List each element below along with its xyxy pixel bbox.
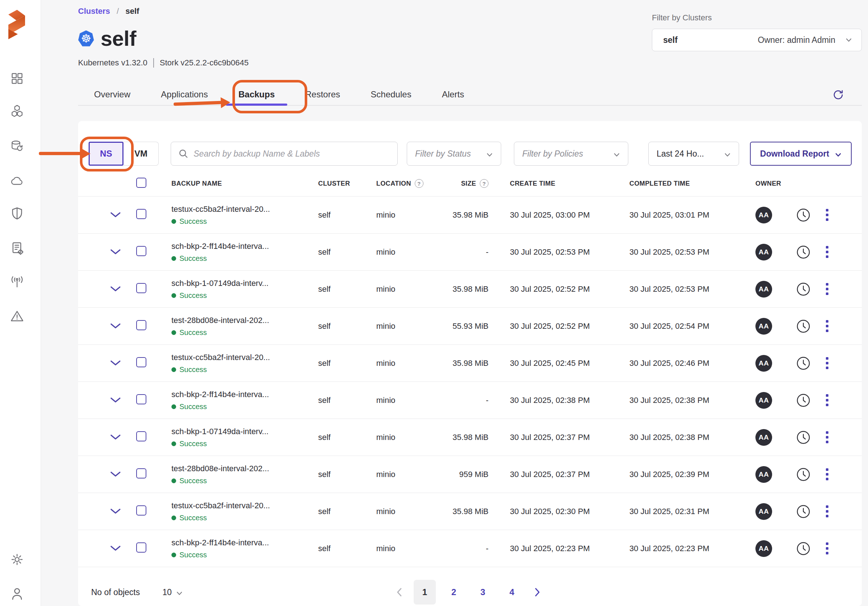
refresh-icon[interactable]	[831, 88, 845, 102]
backup-name[interactable]: testux-cc5ba2f-interval-20...	[171, 353, 308, 362]
search-input[interactable]	[194, 149, 390, 159]
cluster-cell: self	[308, 544, 366, 553]
table-row: testux-cc5ba2f-interval-20... Success se…	[78, 344, 862, 381]
size-help-icon[interactable]: ?	[480, 179, 488, 188]
tab[interactable]: Overview	[94, 84, 130, 105]
settings-gear-icon[interactable]	[11, 553, 23, 566]
backup-name[interactable]: sch-bkp-2-ff14b4e-interva...	[171, 242, 308, 251]
clock-icon[interactable]	[797, 542, 810, 555]
tab-label: Restores	[305, 89, 340, 99]
rules-document-gear-icon[interactable]	[11, 242, 23, 255]
select-all-checkbox[interactable]	[136, 178, 146, 188]
backup-name[interactable]: sch-bkp-2-ff14b4e-interva...	[171, 390, 308, 399]
breadcrumb-clusters-link[interactable]: Clusters	[78, 6, 110, 16]
clock-icon[interactable]	[797, 319, 810, 333]
kubernetes-icon: ☸	[78, 31, 94, 47]
expand-row-chevron-icon[interactable]	[110, 360, 121, 366]
row-checkbox[interactable]	[136, 283, 146, 293]
create-time-cell: 30 Jul 2025, 02:30 PM	[488, 507, 608, 516]
location-help-icon[interactable]: ?	[415, 179, 423, 188]
expand-row-chevron-icon[interactable]	[110, 508, 121, 514]
create-time-cell: 30 Jul 2025, 02:52 PM	[488, 322, 608, 331]
clock-icon[interactable]	[797, 430, 810, 444]
tab[interactable]: Applications	[161, 84, 208, 105]
filter-by-policies-select[interactable]: Filter by Policies	[514, 142, 628, 166]
row-checkbox[interactable]	[136, 394, 146, 404]
row-menu-kebab-icon[interactable]	[825, 504, 830, 519]
page-size-select[interactable]: 10	[162, 587, 183, 597]
cloud-icon[interactable]	[11, 174, 23, 188]
row-menu-kebab-icon[interactable]	[825, 393, 830, 408]
expand-row-chevron-icon[interactable]	[110, 249, 121, 255]
row-checkbox[interactable]	[136, 468, 146, 479]
row-checkbox[interactable]	[136, 542, 146, 553]
shield-icon[interactable]	[11, 207, 23, 220]
page-button[interactable]: 2	[443, 580, 465, 604]
broadcast-antenna-icon[interactable]	[11, 275, 23, 289]
clock-icon[interactable]	[797, 393, 810, 407]
vm-toggle-button[interactable]: VM	[124, 142, 159, 166]
expand-row-chevron-icon[interactable]	[110, 471, 121, 477]
expand-row-chevron-icon[interactable]	[110, 545, 121, 551]
col-backup-name[interactable]: BACKUP NAME	[161, 180, 308, 188]
clock-icon[interactable]	[797, 505, 810, 519]
expand-row-chevron-icon[interactable]	[110, 286, 121, 292]
backup-name[interactable]: sch-bkp-1-07149da-interv...	[171, 427, 308, 436]
status-text: Success	[180, 551, 207, 559]
filter-by-status-select[interactable]: Filter by Status	[407, 142, 501, 166]
row-menu-kebab-icon[interactable]	[825, 319, 830, 334]
page-button[interactable]: 3	[472, 580, 494, 604]
clock-icon[interactable]	[797, 245, 810, 259]
breadcrumb-current: self	[125, 6, 139, 16]
backup-name[interactable]: test-28bd08e-interval-202...	[171, 316, 308, 325]
time-range-select[interactable]: Last 24 Ho...	[648, 142, 739, 166]
alerts-warning-icon[interactable]	[11, 309, 23, 323]
tab[interactable]: Restores	[305, 84, 340, 105]
dashboard-grid-icon[interactable]	[11, 72, 23, 85]
applications-cubes-icon[interactable]	[11, 105, 23, 118]
tab[interactable]: Schedules	[371, 84, 411, 105]
previous-page-chevron-icon[interactable]	[392, 585, 407, 600]
backup-name[interactable]: test-28bd08e-interval-202...	[171, 464, 308, 473]
clock-icon[interactable]	[797, 356, 810, 370]
row-checkbox[interactable]	[136, 320, 146, 330]
next-page-chevron-icon[interactable]	[530, 585, 544, 600]
backup-name[interactable]: testux-cc5ba2f-interval-20...	[171, 501, 308, 510]
profile-person-icon[interactable]	[11, 587, 23, 600]
row-checkbox[interactable]	[136, 209, 146, 219]
tab[interactable]: Alerts	[442, 84, 464, 105]
tab-label: Schedules	[371, 89, 411, 99]
ns-toggle-button[interactable]: NS	[88, 142, 124, 166]
row-checkbox[interactable]	[136, 246, 146, 256]
expand-row-chevron-icon[interactable]	[110, 323, 121, 329]
cluster-cell: self	[308, 507, 366, 516]
status-text: Success	[180, 365, 207, 374]
cluster-select[interactable]: self Owner: admin Admin	[652, 29, 862, 51]
row-menu-kebab-icon[interactable]	[825, 356, 830, 371]
row-menu-kebab-icon[interactable]	[825, 430, 830, 445]
expand-row-chevron-icon[interactable]	[110, 434, 121, 440]
expand-row-chevron-icon[interactable]	[110, 397, 121, 403]
backup-name[interactable]: testux-cc5ba2f-interval-20...	[171, 205, 308, 214]
row-menu-kebab-icon[interactable]	[825, 467, 830, 482]
expand-row-chevron-icon[interactable]	[110, 212, 121, 218]
row-menu-kebab-icon[interactable]	[825, 207, 830, 222]
row-menu-kebab-icon[interactable]	[825, 281, 830, 297]
row-checkbox[interactable]	[136, 505, 146, 516]
row-menu-kebab-icon[interactable]	[825, 244, 830, 259]
clock-icon[interactable]	[797, 208, 810, 222]
clock-icon[interactable]	[797, 468, 810, 482]
page-button[interactable]: 1	[414, 580, 436, 604]
clock-icon[interactable]	[797, 282, 810, 296]
row-checkbox[interactable]	[136, 357, 146, 367]
backup-name[interactable]: sch-bkp-1-07149da-interv...	[171, 279, 308, 288]
page-button[interactable]: 4	[501, 580, 523, 604]
backup-name[interactable]: sch-bkp-2-ff14b4e-interva...	[171, 538, 308, 547]
tab[interactable]: Backups	[238, 84, 274, 105]
portworx-logo-icon[interactable]	[5, 5, 28, 39]
download-report-button[interactable]: Download Report	[750, 142, 852, 166]
row-menu-kebab-icon[interactable]	[825, 541, 830, 556]
row-checkbox[interactable]	[136, 431, 146, 441]
backup-restore-database-icon[interactable]	[11, 140, 23, 152]
page-size-label: No of objects	[91, 587, 140, 597]
